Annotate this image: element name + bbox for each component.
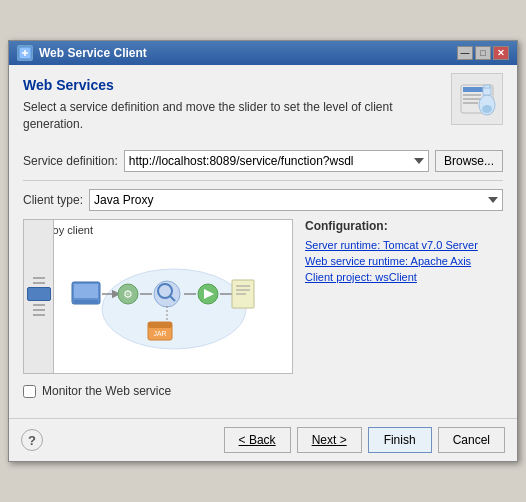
titlebar: Web Service Client — □ ✕ xyxy=(9,41,517,65)
server-runtime-link[interactable]: Server runtime: Tomcat v7.0 Server xyxy=(305,239,503,251)
finish-button[interactable]: Finish xyxy=(368,427,432,453)
service-definition-row: Service definition: http://localhost:808… xyxy=(23,150,503,172)
next-button[interactable]: Next > xyxy=(297,427,362,453)
monitor-checkbox-label[interactable]: Monitor the Web service xyxy=(42,384,171,398)
svg-point-11 xyxy=(482,105,492,113)
slider-tick-2 xyxy=(33,282,45,284)
client-project-link[interactable]: Client project: wsClient xyxy=(305,271,503,283)
footer-left: ? xyxy=(21,429,43,451)
svg-rect-7 xyxy=(463,102,478,104)
section-description: Select a service definition and move the… xyxy=(23,99,441,133)
svg-rect-14 xyxy=(74,284,98,298)
titlebar-left: Web Service Client xyxy=(17,45,147,61)
monitor-checkbox[interactable] xyxy=(23,385,36,398)
header-icon xyxy=(451,73,503,125)
svg-point-12 xyxy=(102,269,246,349)
maximize-button[interactable]: □ xyxy=(475,46,491,60)
dialog-window: Web Service Client — □ ✕ Web Services Se… xyxy=(8,40,518,463)
svg-rect-5 xyxy=(463,94,481,96)
slider-control[interactable] xyxy=(24,220,54,373)
window-icon xyxy=(17,45,33,61)
help-button[interactable]: ? xyxy=(21,429,43,451)
close-button[interactable]: ✕ xyxy=(493,46,509,60)
service-definition-label: Service definition: xyxy=(23,154,118,168)
workflow-diagram: ⚙ xyxy=(64,244,284,362)
browse-button[interactable]: Browse... xyxy=(435,150,503,172)
service-definition-select[interactable]: http://localhost:8089/service/function?w… xyxy=(124,150,429,172)
client-type-select[interactable]: Java Proxy xyxy=(89,189,503,211)
slider-diagram: Deploy client xyxy=(23,219,293,374)
slider-tick-3 xyxy=(33,304,45,306)
back-button[interactable]: < Back xyxy=(224,427,291,453)
slider-tick-5 xyxy=(33,314,45,316)
monitor-checkbox-row: Monitor the Web service xyxy=(23,384,503,398)
config-panel: Configuration: Server runtime: Tomcat v7… xyxy=(305,219,503,374)
dialog-content: Web Services Select a service definition… xyxy=(9,65,517,419)
divider-1 xyxy=(23,180,503,181)
config-title: Configuration: xyxy=(305,219,503,233)
svg-text:JAR: JAR xyxy=(153,330,166,337)
client-type-row: Client type: Java Proxy xyxy=(23,189,503,211)
svg-rect-15 xyxy=(74,300,98,303)
deploy-label: Deploy client xyxy=(24,220,292,240)
slider-tick-1 xyxy=(33,277,45,279)
svg-text:⚙: ⚙ xyxy=(123,288,133,300)
slider-handle[interactable] xyxy=(27,287,51,301)
minimize-button[interactable]: — xyxy=(457,46,473,60)
main-panel: Deploy client xyxy=(23,219,503,374)
window-title: Web Service Client xyxy=(39,46,147,60)
web-service-runtime-link[interactable]: Web service runtime: Apache Axis xyxy=(305,255,503,267)
cancel-button[interactable]: Cancel xyxy=(438,427,505,453)
client-type-label: Client type: xyxy=(23,193,83,207)
footer-buttons: < Back Next > Finish Cancel xyxy=(224,427,505,453)
svg-rect-10 xyxy=(484,85,490,88)
slider-tick-4 xyxy=(33,309,45,311)
section-title: Web Services xyxy=(23,77,441,93)
titlebar-controls: — □ ✕ xyxy=(457,46,509,60)
svg-rect-32 xyxy=(148,322,172,328)
dialog-footer: ? < Back Next > Finish Cancel xyxy=(9,418,517,461)
